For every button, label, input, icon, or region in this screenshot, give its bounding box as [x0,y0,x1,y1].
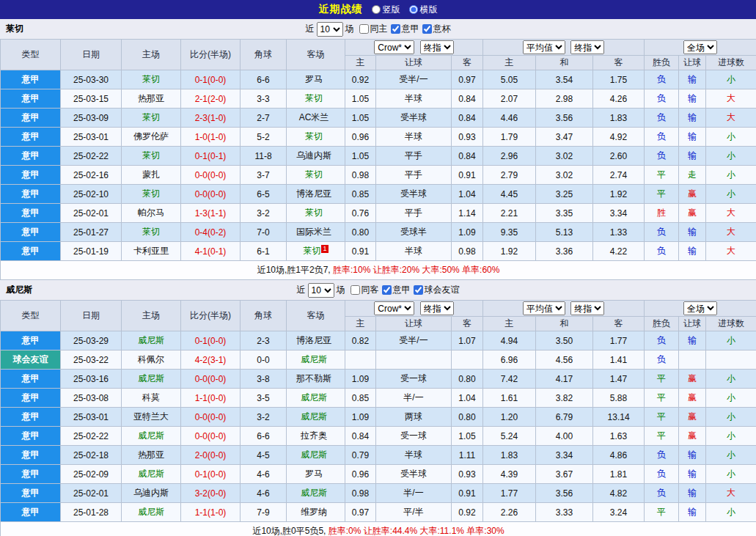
filter-checkbox-input[interactable] [414,285,423,295]
away-team-name[interactable]: 拉齐奥 [301,430,327,441]
home-team-name[interactable]: 莱切 [142,227,160,237]
filter-checkbox[interactable]: 意杯 [419,23,451,35]
league-cell[interactable]: 意甲 [1,204,61,223]
league-cell[interactable]: 意甲 [1,389,61,408]
euro-odds-source-select[interactable]: 平均值 [523,301,565,315]
league-cell[interactable]: 意甲 [1,408,61,427]
away-cell[interactable]: 莱切 [287,89,345,109]
away-cell[interactable]: 拉齐奥 [287,427,345,446]
away-cell[interactable]: AC米兰 [287,109,345,128]
home-cell[interactable]: 蒙扎 [122,166,181,185]
away-team-name[interactable]: 那不勒斯 [296,373,331,383]
league-cell[interactable]: 意甲 [1,147,61,166]
match-count-select[interactable]: 10 [308,283,334,298]
home-team-name[interactable]: 科佩尔 [138,354,164,364]
filter-checkbox[interactable]: 同主 [356,23,388,35]
away-cell[interactable]: 威尼斯 [287,446,345,465]
horizontal-layout-radio[interactable] [409,5,418,14]
league-cell[interactable]: 意甲 [1,242,61,261]
home-cell[interactable]: 热那亚 [122,89,181,109]
away-cell[interactable]: 莱切 [287,128,345,147]
league-cell[interactable]: 意甲 [1,223,61,242]
away-cell[interactable]: 莱切 [287,204,345,223]
home-cell[interactable]: 乌迪内斯 [122,484,181,503]
home-cell[interactable]: 莱切 [122,109,181,128]
away-team-name[interactable]: 莱切 [305,208,323,218]
away-team-name[interactable]: 罗马 [305,74,323,84]
home-team-name[interactable]: 乌迪内斯 [133,488,169,498]
home-cell[interactable]: 帕尔马 [122,204,181,223]
home-cell[interactable]: 威尼斯 [122,427,181,446]
home-team-name[interactable]: 莱切 [142,112,160,122]
home-cell[interactable]: 热那亚 [122,446,181,465]
home-cell[interactable]: 威尼斯 [122,503,181,522]
filter-checkbox[interactable]: 球会友谊 [411,284,460,296]
away-team-name[interactable]: 博洛尼亚 [296,335,331,345]
home-cell[interactable]: 亚特兰大 [122,408,181,427]
league-cell[interactable]: 意甲 [1,484,61,503]
away-cell[interactable]: 莱切 [287,166,345,185]
euro-odds-time-select[interactable]: 终指 [570,301,604,315]
filter-checkbox[interactable]: 意甲 [379,284,411,296]
layout-radio-horizontal[interactable]: 横版 [409,4,438,16]
home-team-name[interactable]: 威尼斯 [138,335,164,345]
league-cell[interactable]: 意甲 [1,331,61,350]
league-cell[interactable]: 意甲 [1,370,61,389]
league-cell[interactable]: 意甲 [1,166,61,185]
home-cell[interactable]: 威尼斯 [122,370,181,389]
filter-checkbox[interactable]: 同客 [348,284,379,296]
away-team-name[interactable]: 威尼斯 [301,354,327,364]
away-team-name[interactable]: 莱切 [305,131,323,142]
away-cell[interactable]: 维罗纳 [287,503,345,522]
filter-checkbox-input[interactable] [391,24,400,34]
home-cell[interactable]: 莱切 [122,147,181,166]
away-cell[interactable]: 莱切1 [287,242,345,261]
home-team-name[interactable]: 热那亚 [138,449,164,460]
away-team-name[interactable]: 莱切 [305,169,323,180]
away-team-name[interactable]: AC米兰 [299,112,329,122]
euro-odds-time-select[interactable]: 终指 [570,40,604,54]
home-cell[interactable]: 莱切 [122,70,181,89]
away-cell[interactable]: 国际米兰 [287,223,345,242]
match-count-select[interactable]: 10 [317,22,343,37]
away-team-name[interactable]: 乌迪内斯 [296,150,331,161]
filter-checkbox-input[interactable] [351,285,360,295]
league-cell[interactable]: 意甲 [1,70,61,89]
league-cell[interactable]: 意甲 [1,465,61,484]
league-cell[interactable]: 意甲 [1,427,61,446]
home-team-name[interactable]: 莱切 [142,74,160,84]
away-team-name[interactable]: 罗马 [305,469,323,479]
away-cell[interactable]: 博洛尼亚 [287,331,345,350]
league-cell[interactable]: 意甲 [1,503,61,522]
away-team-name[interactable]: 博洛尼亚 [296,188,331,199]
home-team-name[interactable]: 威尼斯 [138,373,164,383]
away-cell[interactable]: 罗马 [287,70,345,89]
league-cell[interactable]: 意甲 [1,185,61,204]
home-cell[interactable]: 威尼斯 [122,465,181,484]
filter-checkbox-input[interactable] [382,285,392,295]
away-team-name[interactable]: 威尼斯 [301,411,327,422]
league-cell[interactable]: 意甲 [1,446,61,465]
home-team-name[interactable]: 莱切 [142,150,160,161]
league-cell[interactable]: 意甲 [1,89,61,109]
asian-odds-time-select[interactable]: 终指 [420,40,454,54]
away-cell[interactable]: 威尼斯 [287,389,345,408]
away-cell[interactable]: 博洛尼亚 [287,185,345,204]
home-cell[interactable]: 威尼斯 [122,331,181,350]
home-team-name[interactable]: 威尼斯 [138,430,164,441]
home-team-name[interactable]: 莱切 [142,188,160,199]
vertical-layout-radio[interactable] [372,5,381,14]
home-cell[interactable]: 科佩尔 [122,350,181,370]
home-cell[interactable]: 科莫 [122,389,181,408]
home-cell[interactable]: 卡利亚里 [122,242,181,261]
home-team-name[interactable]: 威尼斯 [138,469,164,479]
away-team-name[interactable]: 威尼斯 [301,392,327,403]
asian-odds-source-select[interactable]: Crow* [374,301,414,315]
home-team-name[interactable]: 帕尔马 [138,208,164,218]
home-team-name[interactable]: 亚特兰大 [133,411,169,422]
home-team-name[interactable]: 蒙扎 [142,169,160,180]
away-team-name[interactable]: 威尼斯 [301,488,327,498]
away-cell[interactable]: 威尼斯 [287,484,345,503]
away-team-name[interactable]: 莱切 [303,246,320,256]
league-cell[interactable]: 意甲 [1,109,61,128]
